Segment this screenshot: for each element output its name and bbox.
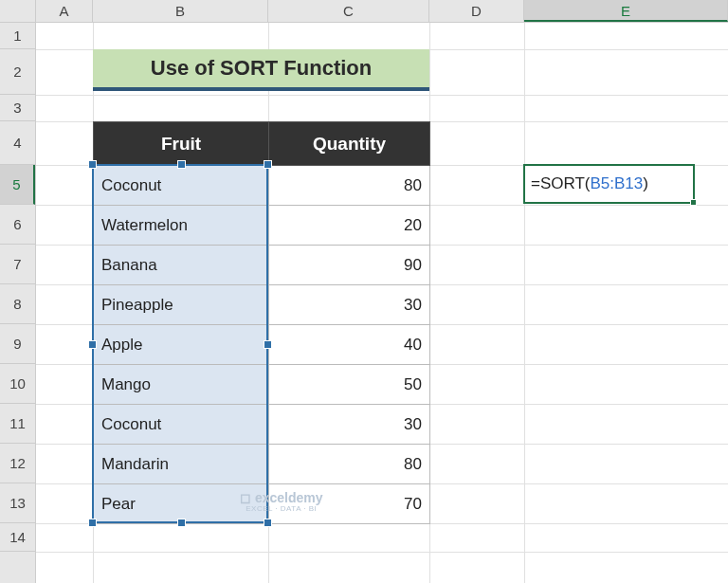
- row-head-2[interactable]: 2: [0, 49, 35, 95]
- cell-fruit[interactable]: Mandarin: [94, 445, 269, 484]
- table-row: Pear70: [94, 484, 430, 524]
- header-quantity[interactable]: Quantity: [269, 122, 430, 166]
- data-table: Fruit Quantity Coconut80Watermelon20Bana…: [93, 121, 430, 524]
- table-row: Mango50: [94, 365, 430, 405]
- fill-handle[interactable]: [690, 199, 697, 206]
- formula-close: ): [643, 174, 648, 193]
- cell-fruit[interactable]: Banana: [94, 246, 269, 285]
- row-head-1[interactable]: 1: [0, 23, 35, 49]
- cell-fruit[interactable]: Apple: [94, 325, 269, 365]
- row-head-9[interactable]: 9: [0, 324, 35, 364]
- row-head-10[interactable]: 10: [0, 364, 35, 404]
- table-row: Apple40: [94, 325, 430, 365]
- selection-handle[interactable]: [88, 340, 97, 349]
- cell-fruit[interactable]: Mango: [94, 365, 269, 405]
- cell-qty[interactable]: 40: [269, 325, 430, 365]
- row-head-6[interactable]: 6: [0, 205, 35, 245]
- selection-handle[interactable]: [88, 160, 97, 169]
- header-fruit[interactable]: Fruit: [94, 122, 269, 166]
- cell-qty[interactable]: 80: [269, 445, 430, 484]
- cell-qty[interactable]: 30: [269, 285, 430, 325]
- selection-handle[interactable]: [177, 519, 186, 527]
- row-head-5[interactable]: 5: [0, 165, 35, 205]
- col-head-b[interactable]: B: [93, 0, 268, 22]
- title-text: Use of SORT Function: [151, 56, 372, 81]
- formula-range: B5:B13: [591, 174, 644, 193]
- table-row: Coconut80: [94, 166, 430, 206]
- cell-qty[interactable]: 30: [269, 405, 430, 445]
- col-head-a[interactable]: A: [36, 0, 93, 22]
- cell-qty[interactable]: 90: [269, 246, 430, 285]
- selection-handle[interactable]: [264, 160, 272, 169]
- column-headings: ABCDE: [0, 0, 728, 23]
- table-row: Mandarin80: [94, 445, 430, 484]
- selection-handle[interactable]: [264, 519, 272, 527]
- table-header-row: Fruit Quantity: [94, 122, 430, 166]
- cell-fruit[interactable]: Coconut: [94, 405, 269, 445]
- row-head-8[interactable]: 8: [0, 284, 35, 324]
- active-cell-e5[interactable]: =SORT(B5:B13): [523, 164, 695, 204]
- formula-fn: SORT(: [540, 174, 591, 193]
- row-head-12[interactable]: 12: [0, 444, 35, 483]
- table-row: Coconut30: [94, 405, 430, 445]
- cell-fruit[interactable]: Watermelon: [94, 206, 269, 246]
- row-headings: 1234567891011121314: [0, 23, 36, 583]
- col-head-c[interactable]: C: [268, 0, 429, 22]
- selection-handle[interactable]: [177, 160, 186, 169]
- col-head-d[interactable]: D: [429, 0, 524, 22]
- cell-qty[interactable]: 70: [269, 484, 430, 524]
- formula-eq: =: [531, 174, 540, 193]
- cell-qty[interactable]: 80: [269, 166, 430, 206]
- table-row: Pineapple30: [94, 285, 430, 325]
- table-row: Banana90: [94, 246, 430, 285]
- cell-fruit[interactable]: Coconut: [94, 166, 269, 206]
- row-head-7[interactable]: 7: [0, 245, 35, 284]
- title-banner: Use of SORT Function: [93, 49, 429, 91]
- row-head-11[interactable]: 11: [0, 404, 35, 444]
- row-head-13[interactable]: 13: [0, 483, 35, 523]
- cell-qty[interactable]: 20: [269, 206, 430, 246]
- spreadsheet: ABCDE 1234567891011121314 Use of SORT Fu…: [0, 0, 728, 583]
- row-head-14[interactable]: 14: [0, 523, 35, 552]
- cell-qty[interactable]: 50: [269, 365, 430, 405]
- selection-handle[interactable]: [88, 519, 97, 527]
- select-all-corner[interactable]: [0, 0, 36, 22]
- table-row: Watermelon20: [94, 206, 430, 246]
- col-head-e[interactable]: E: [524, 0, 728, 22]
- cell-fruit[interactable]: Pineapple: [94, 285, 269, 325]
- row-head-3[interactable]: 3: [0, 95, 35, 121]
- selection-handle[interactable]: [264, 340, 272, 349]
- row-head-4[interactable]: 4: [0, 121, 35, 165]
- grid-area[interactable]: Use of SORT Function Fruit Quantity Coco…: [36, 23, 728, 583]
